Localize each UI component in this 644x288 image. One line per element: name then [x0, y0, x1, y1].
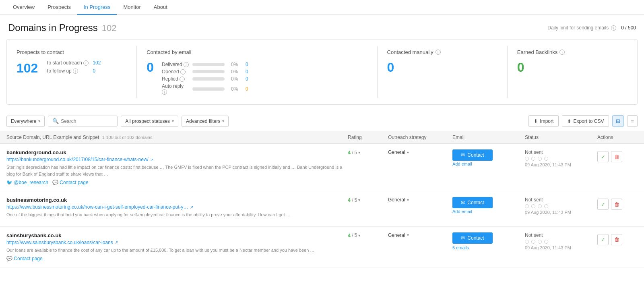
rating-max: 5: [355, 232, 357, 238]
delete-button[interactable]: 🗑: [611, 234, 622, 245]
col-status: Status: [525, 135, 597, 140]
domain-url-link[interactable]: https://bankunderground.co.uk/2017/08/15…: [6, 157, 149, 162]
status-dot: [538, 240, 542, 244]
chevron-down-icon-rating[interactable]: ▾: [358, 150, 360, 155]
search-box[interactable]: 🔍: [48, 116, 118, 126]
tab-in-progress[interactable]: In Progress: [77, 0, 117, 15]
chevron-down-icon-filters: ▾: [222, 119, 224, 123]
tab-prospects[interactable]: Prospects: [41, 0, 77, 15]
rating-value: 4: [348, 197, 351, 203]
envelope-icon: ✉: [461, 235, 465, 241]
toolbar: Everywhere ▾ 🔍 All prospect statuses ▾ A…: [0, 111, 644, 131]
chevron-down-icon-strategy: ▾: [407, 150, 409, 155]
actions-col: ✓ 🗑: [597, 232, 638, 245]
add-email-link[interactable]: Add email: [452, 162, 472, 166]
col-strategy: Outreach strategy: [388, 135, 452, 140]
page-header: Domains in Progress 102 Daily limit for …: [0, 15, 644, 39]
domain-rating[interactable]: 4 / 5 ▾: [348, 149, 388, 155]
chevron-down-icon-strategy: ▾: [407, 233, 409, 237]
status-dot: [531, 204, 535, 208]
search-input[interactable]: [61, 118, 113, 124]
status-dot: [531, 240, 535, 244]
page-title-text: Domains in Progress: [8, 22, 98, 33]
status-date: 09 Aug 2020, 11:43 PM: [525, 162, 597, 167]
contact-button[interactable]: ✉ Contact: [452, 149, 493, 161]
status-filter-label: All prospect statuses: [125, 118, 170, 124]
stats-row-outreach-val: 102: [93, 60, 101, 66]
table-row: businessmotoring.co.uk https://www.busin…: [0, 191, 644, 227]
email-col: ✉ Contact Add email: [452, 197, 525, 214]
chevron-down-icon-rating[interactable]: ▾: [358, 233, 360, 238]
contact-page-link[interactable]: 💬 Contact page: [52, 180, 89, 185]
chevron-down-icon-rating[interactable]: ▾: [358, 198, 360, 202]
email-col: ✉ Contact Add email: [452, 149, 525, 167]
contact-label: Contact: [467, 200, 484, 205]
status-dots: [525, 240, 597, 244]
domain-snippet: One of the biggest things that hold you …: [6, 211, 348, 218]
download-icon: ⬇: [534, 118, 538, 124]
view-list-button[interactable]: ≡: [627, 115, 638, 127]
delete-button[interactable]: 🗑: [611, 151, 622, 162]
domain-url-link[interactable]: https://www.sainsburysbank.co.uk/loans/c…: [6, 240, 113, 245]
advanced-filters-btn[interactable]: Advanced filters ▾: [182, 116, 229, 127]
approve-button[interactable]: ✓: [597, 151, 609, 162]
daily-limit-label: Daily limit for sending emails: [547, 25, 609, 31]
actions-col: ✓ 🗑: [597, 149, 638, 162]
external-link-icon: ↗: [190, 205, 193, 209]
view-grid-button[interactable]: ⊞: [612, 115, 624, 127]
email-autoreply-val: 0: [246, 86, 254, 92]
domain-range: 1-100 out of 102 domains: [102, 135, 153, 140]
contact-label: Contact: [467, 235, 484, 241]
twitter-link[interactable]: 🐦 @boe_research: [6, 180, 48, 185]
email-delivered-label: Delivered i: [162, 62, 190, 67]
contact-button[interactable]: ✉ Contact: [452, 197, 493, 208]
tab-about[interactable]: About: [147, 0, 174, 15]
domain-rating[interactable]: 4 / 5 ▾: [348, 232, 388, 238]
tab-monitor[interactable]: Monitor: [117, 0, 147, 15]
import-label: Import: [540, 118, 553, 124]
stats-prospects-num: 102: [17, 61, 38, 76]
export-button[interactable]: ⬆ Export to CSV: [562, 115, 609, 127]
col-rating: Rating: [348, 135, 388, 140]
stats-row-outreach: To start outreach i 102: [46, 60, 101, 66]
strategy-dropdown[interactable]: General ▾: [388, 149, 452, 155]
strategy-dropdown[interactable]: General ▾: [388, 197, 452, 203]
rating-value: 4: [348, 232, 351, 238]
col-source: Source Domain, URL Example and Snippet 1…: [6, 135, 348, 140]
status-date: 09 Aug 2020, 11:43 PM: [525, 210, 597, 215]
approve-button[interactable]: ✓: [597, 234, 609, 245]
domain-url-link[interactable]: https://www.businessmotoring.co.uk/how-c…: [6, 204, 188, 210]
delete-button[interactable]: 🗑: [611, 199, 622, 210]
domain-info: bankunderground.co.uk https://bankunderg…: [6, 149, 348, 185]
contact-button[interactable]: ✉ Contact: [452, 232, 493, 244]
status-filter[interactable]: All prospect statuses ▾: [121, 116, 178, 127]
add-email-link[interactable]: Add email: [452, 209, 472, 214]
approve-button[interactable]: ✓: [597, 199, 609, 210]
location-filter[interactable]: Everywhere ▾: [6, 116, 45, 127]
stats-row-outreach-label: To start outreach i: [46, 60, 90, 66]
contact-page-link[interactable]: 💬 Contact page: [6, 256, 43, 261]
email-replied-label: Replied i: [162, 76, 190, 82]
col-actions: Actions: [597, 135, 638, 140]
strategy-dropdown[interactable]: General ▾: [388, 232, 452, 238]
stats-manually-label: Contacted manually: [387, 49, 433, 55]
toolbar-right: ⬇ Import ⬆ Export to CSV ⊞ ≡: [528, 115, 638, 127]
upload-icon: ⬆: [567, 118, 571, 124]
chevron-down-icon-strategy: ▾: [407, 198, 409, 202]
status-dot: [531, 157, 535, 161]
external-link-icon: ↗: [150, 157, 153, 162]
status-dot: [538, 157, 542, 161]
domain-url: https://bankunderground.co.uk/2017/08/15…: [6, 157, 348, 162]
domain-rating[interactable]: 4 / 5 ▾: [348, 197, 388, 203]
tabs-bar: Overview Prospects In Progress Monitor A…: [0, 0, 644, 15]
stats-row-followup-label: To follow up i: [46, 68, 90, 74]
email-replied-val: 0: [246, 76, 254, 82]
status-col: Not sent 09 Aug 2020, 11:43 PM: [525, 197, 597, 215]
tab-overview[interactable]: Overview: [6, 0, 41, 15]
import-button[interactable]: ⬇ Import: [528, 115, 559, 127]
strategy-label: General: [388, 197, 405, 203]
info-icon: i: [611, 25, 616, 31]
emails-count[interactable]: 5 emails: [452, 245, 525, 250]
actions-col: ✓ 🗑: [597, 197, 638, 210]
email-opened-val: 0: [246, 69, 254, 75]
